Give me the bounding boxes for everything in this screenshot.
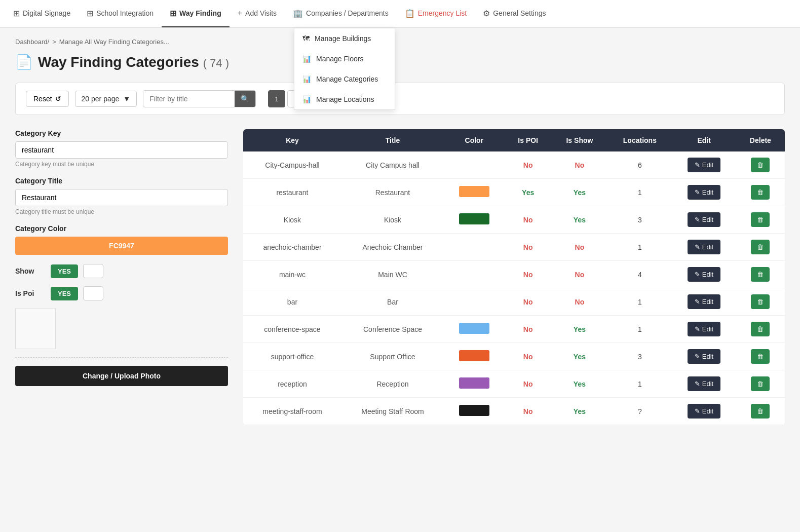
delete-button[interactable]: 🗑	[751, 158, 770, 172]
cell-key: conference-space	[243, 316, 341, 343]
cell-key: Kiosk	[243, 206, 341, 234]
edit-button[interactable]: ✎ Edit	[688, 376, 720, 391]
category-color-swatch[interactable]: FC9947	[15, 237, 228, 255]
per-page-selector[interactable]: 20 per page ▼	[75, 91, 137, 107]
cell-edit[interactable]: ✎ Edit	[672, 398, 736, 425]
category-title-input[interactable]	[15, 189, 228, 206]
show-toggle-off[interactable]	[83, 264, 103, 278]
filter-input[interactable]	[143, 91, 235, 106]
cell-edit[interactable]: ✎ Edit	[672, 179, 736, 206]
filter-search-button[interactable]: 🔍	[235, 91, 255, 107]
cell-edit[interactable]: ✎ Edit	[672, 316, 736, 343]
category-color-section: Category Color FC9947	[15, 224, 228, 255]
cell-delete[interactable]: 🗑	[736, 370, 785, 398]
cell-delete[interactable]: 🗑	[736, 151, 785, 179]
cell-delete[interactable]: 🗑	[736, 206, 785, 234]
cell-edit[interactable]: ✎ Edit	[672, 288, 736, 316]
cell-delete[interactable]: 🗑	[736, 316, 785, 343]
table-row: restaurant Restaurant Yes Yes 1 ✎ Edit 🗑	[243, 179, 785, 206]
cell-is-poi: No	[505, 206, 552, 234]
cell-delete[interactable]: 🗑	[736, 288, 785, 316]
edit-button[interactable]: ✎ Edit	[688, 240, 720, 254]
cell-edit[interactable]: ✎ Edit	[672, 343, 736, 370]
cell-is-show: Yes	[552, 343, 607, 370]
nav-item-way-finding[interactable]: ⊞ Way Finding	[162, 0, 230, 27]
school-integration-icon: ⊞	[87, 9, 93, 18]
upload-photo-button[interactable]: Change / Upload Photo	[15, 366, 228, 386]
dropdown-item-floors[interactable]: 📊 Manage Floors	[294, 49, 395, 69]
add-visits-icon: +	[238, 9, 242, 18]
cell-color	[444, 179, 505, 206]
delete-button[interactable]: 🗑	[751, 322, 770, 336]
cell-is-show: No	[552, 261, 607, 288]
category-title-hint: Category title must be unique	[15, 208, 228, 215]
nav-item-general-settings[interactable]: ⚙ General Settings	[475, 0, 554, 27]
table-row: bar Bar No No 1 ✎ Edit 🗑	[243, 288, 785, 316]
edit-button[interactable]: ✎ Edit	[688, 185, 720, 200]
show-yes-button[interactable]: YES	[51, 264, 78, 278]
show-label: Show	[15, 267, 46, 275]
nav-item-companies-departments[interactable]: 🏢 Companies / Departments	[285, 0, 397, 27]
form-panel: Category Key Category key must be unique…	[15, 129, 228, 386]
divider	[15, 357, 228, 358]
edit-button[interactable]: ✎ Edit	[688, 294, 720, 309]
cell-is-show: Yes	[552, 206, 607, 234]
delete-button[interactable]: 🗑	[751, 240, 770, 254]
nav-label-school-integration: School Integration	[96, 9, 154, 17]
cell-key: support-office	[243, 343, 341, 370]
reset-button[interactable]: Reset ↺	[26, 91, 69, 107]
category-title-section: Category Title Category title must be un…	[15, 177, 228, 215]
floors-icon: 📊	[302, 55, 311, 63]
cell-is-poi: No	[505, 288, 552, 316]
delete-button[interactable]: 🗑	[751, 185, 770, 200]
nav-item-school-integration[interactable]: ⊞ School Integration	[79, 0, 162, 27]
cell-key: anechoic-chamber	[243, 234, 341, 261]
cell-delete[interactable]: 🗑	[736, 179, 785, 206]
page-button-1[interactable]: 1	[268, 90, 285, 107]
cell-locations: 1	[607, 370, 672, 398]
is-poi-yes-label: YES	[58, 290, 71, 297]
col-header-edit: Edit	[672, 129, 736, 151]
cell-edit[interactable]: ✎ Edit	[672, 234, 736, 261]
delete-button[interactable]: 🗑	[751, 294, 770, 309]
dropdown-item-buildings[interactable]: 🗺 Manage Buildings	[294, 28, 395, 49]
delete-button[interactable]: 🗑	[751, 212, 770, 227]
cell-delete[interactable]: 🗑	[736, 343, 785, 370]
cell-delete[interactable]: 🗑	[736, 234, 785, 261]
cell-delete[interactable]: 🗑	[736, 261, 785, 288]
table-row: meeting-staff-room Meeting Staff Room No…	[243, 398, 785, 425]
col-header-locations: Locations	[607, 129, 672, 151]
cell-edit[interactable]: ✎ Edit	[672, 370, 736, 398]
cell-delete[interactable]: 🗑	[736, 398, 785, 425]
is-poi-toggle-off[interactable]	[83, 286, 103, 300]
edit-button[interactable]: ✎ Edit	[688, 404, 720, 419]
cell-edit[interactable]: ✎ Edit	[672, 261, 736, 288]
breadcrumb-home[interactable]: Dashboard/	[15, 38, 49, 46]
cell-edit[interactable]: ✎ Edit	[672, 151, 736, 179]
cell-edit[interactable]: ✎ Edit	[672, 206, 736, 234]
reset-label: Reset	[33, 95, 52, 103]
delete-button[interactable]: 🗑	[751, 267, 770, 282]
dropdown-label-locations: Manage Locations	[316, 95, 374, 103]
locations-icon: 📊	[302, 95, 311, 103]
edit-button[interactable]: ✎ Edit	[688, 212, 720, 227]
nav-item-digital-signage[interactable]: ⊞ Digital Signage	[5, 0, 79, 27]
edit-button[interactable]: ✎ Edit	[688, 322, 720, 336]
nav-item-emergency-list[interactable]: 📋 Emergency List	[397, 0, 475, 27]
dropdown-item-categories[interactable]: 📊 Manage Categories	[294, 69, 395, 89]
is-poi-yes-button[interactable]: YES	[51, 287, 78, 300]
category-key-input[interactable]	[15, 141, 228, 159]
dropdown-item-locations[interactable]: 📊 Manage Locations	[294, 89, 395, 109]
col-header-key: Key	[243, 129, 341, 151]
edit-button[interactable]: ✎ Edit	[688, 349, 720, 364]
page-title-count: ( 74 )	[203, 57, 229, 69]
delete-button[interactable]: 🗑	[751, 349, 770, 364]
nav-item-add-visits[interactable]: + Add Visits	[230, 0, 285, 27]
table-row: conference-space Conference Space No Yes…	[243, 316, 785, 343]
delete-button[interactable]: 🗑	[751, 376, 770, 391]
edit-button[interactable]: ✎ Edit	[688, 158, 720, 172]
delete-button[interactable]: 🗑	[751, 404, 770, 419]
cell-key: meeting-staff-room	[243, 398, 341, 425]
edit-button[interactable]: ✎ Edit	[688, 267, 720, 282]
cell-title: Main WC	[341, 261, 444, 288]
